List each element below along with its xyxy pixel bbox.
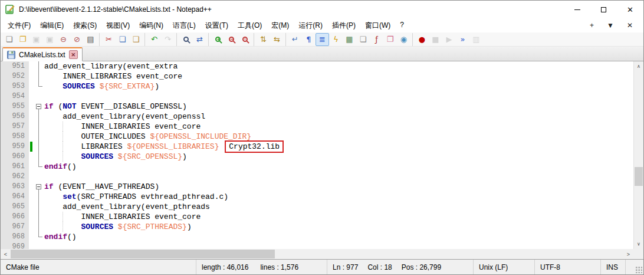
code-line-955[interactable]: 955if (NOT EVENT__DISABLE_OPENSSL) bbox=[1, 102, 633, 112]
resize-grip[interactable] bbox=[626, 260, 643, 274]
tab-close-button[interactable]: ✕ bbox=[69, 50, 78, 59]
menu-item-8[interactable]: 宏(M) bbox=[267, 19, 294, 32]
code-text[interactable]: endif() bbox=[43, 162, 633, 172]
sync-horizontal-scroll-button[interactable]: ⇆ bbox=[270, 33, 284, 46]
user-defined-dialog-button[interactable]: ϟ bbox=[329, 33, 343, 46]
save-all-button[interactable]: ▣ bbox=[43, 33, 57, 46]
code-line-963[interactable]: 963if (EVENT__HAVE_PTHREADS) bbox=[1, 182, 633, 192]
maximize-button[interactable] bbox=[590, 1, 617, 18]
code-text[interactable]: SOURCES ${SRC_EXTRA}) bbox=[43, 81, 633, 91]
code-line-953[interactable]: 953 SOURCES ${SRC_EXTRA}) bbox=[1, 81, 633, 91]
redo-button[interactable]: ↷ bbox=[161, 33, 175, 46]
folder-as-workspace-button[interactable]: ❐ bbox=[383, 33, 397, 46]
show-indent-guide-button[interactable]: ≣ bbox=[316, 33, 329, 46]
fold-collapse-marker[interactable] bbox=[35, 102, 43, 112]
code-line-968[interactable]: 968endif() bbox=[1, 232, 633, 242]
code-text[interactable]: LIBRARIES ${OPENSSL_LIBRARIES} Crypt32.l… bbox=[43, 142, 633, 152]
menu-item-10[interactable]: 插件(P) bbox=[327, 19, 360, 32]
code-text[interactable]: add_event_library(event_openssl bbox=[43, 112, 633, 122]
word-wrap-button[interactable]: ↵ bbox=[288, 33, 302, 46]
code-text[interactable]: if (EVENT__HAVE_PTHREADS) bbox=[43, 182, 633, 192]
document-switcher-button[interactable]: ❏ bbox=[356, 33, 370, 46]
code-text[interactable] bbox=[43, 242, 633, 249]
code-line-958[interactable]: 958 OUTER_INCLUDES ${OPENSSL_INCLUDE_DIR… bbox=[1, 132, 633, 142]
zoom-in-button[interactable]: + bbox=[211, 33, 225, 46]
vertical-scrollbar[interactable]: ∧ ∨ bbox=[633, 61, 643, 249]
zoom-out-button[interactable]: − bbox=[225, 33, 238, 46]
horizontal-scrollbar-thumb[interactable] bbox=[11, 250, 275, 258]
monitoring-button[interactable]: ◉ bbox=[397, 33, 410, 46]
menu-item-4[interactable]: 编码(N) bbox=[134, 19, 168, 32]
code-line-962[interactable]: 962 bbox=[1, 172, 633, 182]
code-text[interactable]: INNER_LIBRARIES event_core bbox=[43, 122, 633, 132]
copy-button[interactable]: ❏ bbox=[116, 33, 129, 46]
code-line-967[interactable]: 967 SOURCES ${SRC_PTHREADS}) bbox=[1, 222, 633, 232]
paste-button[interactable]: ❑ bbox=[129, 33, 143, 46]
macro-run-multiple-button[interactable]: » bbox=[456, 33, 469, 46]
open-file-button[interactable]: ❐ bbox=[16, 33, 29, 46]
menu-item-7[interactable]: 工具(O) bbox=[233, 19, 267, 32]
tab-list-button[interactable]: ▼ bbox=[607, 21, 614, 30]
scroll-up-arrow[interactable]: ∧ bbox=[634, 61, 643, 71]
code-text[interactable]: OUTER_INCLUDES ${OPENSSL_INCLUDE_DIR} bbox=[43, 132, 633, 142]
restore-zoom-button[interactable]: · bbox=[238, 33, 252, 46]
code-area[interactable]: 951add_event_library(event_extra952 INNE… bbox=[1, 61, 633, 249]
vertical-scrollbar-thumb[interactable] bbox=[635, 167, 643, 186]
new-file-button[interactable]: ❏ bbox=[2, 33, 16, 46]
menu-item-1[interactable]: 编辑(E) bbox=[35, 19, 68, 32]
code-line-959[interactable]: 959 LIBRARIES ${OPENSSL_LIBRARIES} Crypt… bbox=[1, 142, 633, 152]
code-line-954[interactable]: 954 bbox=[1, 91, 633, 102]
menu-item-5[interactable]: 语言(L) bbox=[168, 19, 201, 32]
scroll-down-arrow[interactable]: ∨ bbox=[634, 239, 643, 249]
code-text[interactable]: SOURCES ${SRC_OPENSSL}) bbox=[43, 152, 633, 162]
print-button[interactable]: ▤ bbox=[84, 33, 97, 46]
sync-vertical-scroll-button[interactable]: ⇅ bbox=[257, 33, 270, 46]
code-text[interactable] bbox=[43, 91, 633, 102]
close-button[interactable]: ✕ bbox=[617, 1, 643, 18]
show-all-characters-button[interactable]: ¶ bbox=[302, 33, 316, 46]
new-tab-button[interactable]: + bbox=[590, 21, 594, 30]
tab-cmakelists[interactable]: CMakeLists.txt ✕ bbox=[2, 47, 83, 61]
horizontal-scrollbar[interactable]: < > bbox=[1, 249, 633, 259]
menu-item-2[interactable]: 搜索(S) bbox=[68, 19, 101, 32]
close-tab-button[interactable]: ✕ bbox=[627, 21, 633, 30]
code-line-965[interactable]: 965 add_event_library(event_pthreads bbox=[1, 202, 633, 212]
find-button[interactable] bbox=[179, 33, 193, 46]
code-text[interactable]: INNER_LIBRARIES event_core bbox=[43, 212, 633, 222]
scroll-right-arrow[interactable]: > bbox=[623, 249, 633, 259]
code-line-964[interactable]: 964 set(SRC_PTHREADS evthread_pthread.c) bbox=[1, 192, 633, 202]
code-line-952[interactable]: 952 INNER_LIBRARIES event_core bbox=[1, 71, 633, 81]
code-text[interactable]: if (NOT EVENT__DISABLE_OPENSSL) bbox=[43, 102, 633, 112]
code-text[interactable] bbox=[43, 172, 633, 182]
menu-item-0[interactable]: 文件(F) bbox=[3, 19, 35, 32]
macro-save-button[interactable]: ▥ bbox=[469, 33, 483, 46]
minimize-button[interactable] bbox=[564, 1, 590, 18]
close-all-button[interactable]: ⊘ bbox=[70, 33, 84, 46]
scroll-left-arrow[interactable]: < bbox=[1, 249, 11, 259]
menu-item-6[interactable]: 设置(T) bbox=[201, 19, 233, 32]
code-line-951[interactable]: 951add_event_library(event_extra bbox=[1, 61, 633, 71]
code-line-966[interactable]: 966 INNER_LIBRARIES event_core bbox=[1, 212, 633, 222]
replace-button[interactable]: ⇄ bbox=[193, 33, 206, 46]
code-text[interactable]: SOURCES ${SRC_PTHREADS}) bbox=[43, 222, 633, 232]
code-line-960[interactable]: 960 SOURCES ${SRC_OPENSSL}) bbox=[1, 152, 633, 162]
code-line-956[interactable]: 956 add_event_library(event_openssl bbox=[1, 112, 633, 122]
fold-collapse-marker[interactable] bbox=[35, 182, 43, 192]
code-text[interactable]: endif() bbox=[43, 232, 633, 242]
editor[interactable]: 951add_event_library(event_extra952 INNE… bbox=[1, 61, 643, 249]
menu-item-12[interactable]: ? bbox=[395, 19, 409, 32]
macro-record-button[interactable]: ● bbox=[415, 33, 429, 46]
macro-stop-button[interactable]: ■ bbox=[429, 33, 442, 46]
document-map-button[interactable]: ▦ bbox=[343, 33, 356, 46]
close-file-button[interactable]: ⊖ bbox=[57, 33, 70, 46]
cut-button[interactable]: ✂ bbox=[102, 33, 116, 46]
code-line-961[interactable]: 961endif() bbox=[1, 162, 633, 172]
menu-item-11[interactable]: 窗口(W) bbox=[360, 19, 395, 32]
macro-play-button[interactable]: ▶ bbox=[442, 33, 456, 46]
code-text[interactable]: add_event_library(event_extra bbox=[43, 61, 633, 71]
menu-item-3[interactable]: 视图(V) bbox=[101, 19, 134, 32]
code-text[interactable]: add_event_library(event_pthreads bbox=[43, 202, 633, 212]
code-text[interactable]: set(SRC_PTHREADS evthread_pthread.c) bbox=[43, 192, 633, 202]
function-list-button[interactable]: ƒ bbox=[370, 33, 383, 46]
code-line-969[interactable]: 969 bbox=[1, 242, 633, 249]
